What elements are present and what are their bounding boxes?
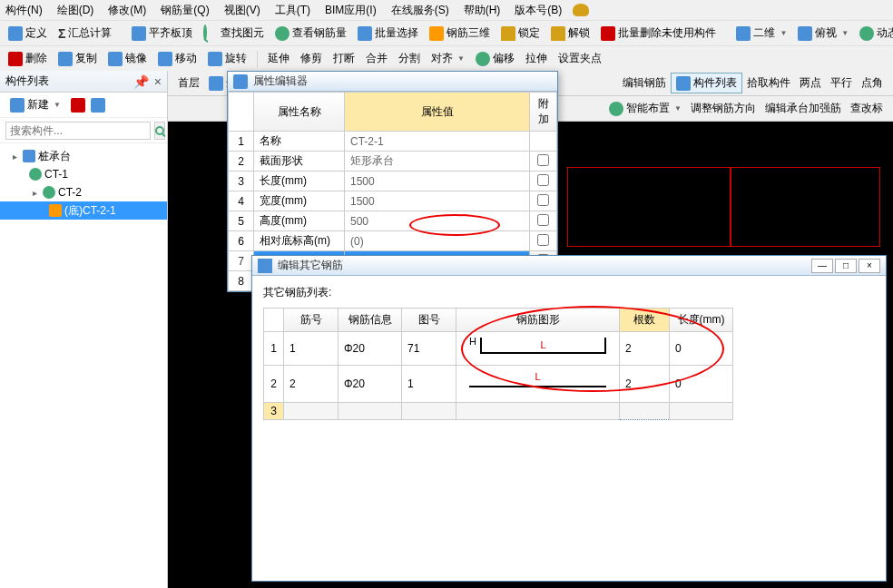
prop-row[interactable]: 5高度(mm)500 — [229, 211, 557, 231]
pchk[interactable] — [530, 172, 557, 191]
align-button[interactable]: 对齐▼ — [427, 49, 469, 68]
cell-shape[interactable] — [456, 403, 620, 420]
menu-online[interactable]: 在线服务(S) — [388, 1, 453, 20]
pval[interactable]: 1500 — [345, 191, 530, 211]
search-input[interactable] — [5, 122, 151, 140]
pin-icon[interactable]: 📌 — [133, 74, 149, 89]
collapse-icon[interactable]: ▸ — [9, 152, 20, 162]
copy-button[interactable]: 复制 — [54, 49, 102, 68]
rebar-row[interactable]: 2 2 Φ20 1 L 2 0 — [264, 366, 733, 403]
batch-delete-button[interactable]: 批量删除未使用构件 — [596, 24, 721, 43]
menu-draw[interactable]: 绘图(D) — [54, 1, 98, 20]
batch-select-button[interactable]: 批量选择 — [353, 24, 423, 43]
prop-row[interactable]: 4宽度(mm)1500 — [229, 191, 557, 211]
cell-len[interactable] — [670, 403, 733, 420]
prop-row[interactable]: 2截面形状矩形承台 — [229, 152, 557, 172]
flush-top-button[interactable]: 平齐板顶 — [127, 24, 197, 43]
split-button[interactable]: 分割 — [394, 49, 425, 68]
close-icon[interactable]: × — [154, 74, 162, 89]
menu-bim[interactable]: BIM应用(I) — [321, 1, 380, 20]
new-button[interactable]: 新建▼ — [5, 95, 65, 114]
edit-reinforce-button[interactable]: 编辑承台加强筋 — [761, 99, 846, 118]
rebar-3d-button[interactable]: 钢筋三维 — [425, 24, 495, 43]
prop-row[interactable]: 1名称CT-2-1 — [229, 132, 557, 152]
move-button[interactable]: 移动 — [153, 49, 201, 68]
cell-th[interactable] — [402, 403, 456, 420]
menu-view[interactable]: 视图(V) — [221, 1, 264, 20]
cell-count-selected[interactable] — [620, 403, 670, 420]
corner-button[interactable]: 点角 — [857, 74, 888, 93]
menu-modify[interactable]: 修改(M) — [104, 1, 150, 20]
menu-tools[interactable]: 工具(T) — [271, 1, 314, 20]
cell-shape[interactable]: L — [456, 366, 620, 403]
find-element-button[interactable]: 查找图元 — [199, 24, 269, 43]
component-list-button[interactable]: 构件列表 — [671, 73, 742, 93]
floor-selector[interactable]: 首层 — [173, 74, 204, 93]
parallel-button[interactable]: 平行 — [826, 74, 857, 93]
merge-button[interactable]: 合并 — [361, 49, 392, 68]
cell-jh[interactable] — [284, 403, 339, 420]
lock-button[interactable]: 锁定 — [496, 24, 545, 43]
tree-node-ct2[interactable]: ▸CT-2 — [0, 183, 167, 201]
pval[interactable]: 矩形承台 — [345, 152, 530, 172]
trim-button[interactable]: 修剪 — [296, 49, 327, 68]
pval[interactable]: 500 — [345, 211, 530, 231]
adjust-rebar-button[interactable]: 调整钢筋方向 — [686, 99, 761, 118]
cell-len[interactable]: 0 — [670, 366, 733, 403]
view-rebar-button[interactable]: 查看钢筋量 — [270, 24, 351, 43]
cell-shape[interactable]: HL — [456, 332, 620, 366]
pchk[interactable] — [530, 191, 557, 211]
rebar-window-title[interactable]: 编辑其它钢筋 — □ × — [252, 256, 886, 276]
corner-button[interactable]: 设置夹点 — [554, 49, 606, 68]
top-view-button[interactable]: 俯视▼ — [793, 24, 853, 43]
tree-node-root[interactable]: ▸桩承台 — [0, 147, 167, 165]
cell-len[interactable]: 0 — [670, 332, 733, 366]
pval[interactable]: 1500 — [345, 172, 530, 191]
prop-row[interactable]: 6相对底标高(m)(0) — [229, 231, 557, 251]
cell-th[interactable]: 71 — [402, 332, 456, 366]
prop-row[interactable]: 3长度(mm)1500 — [229, 172, 557, 191]
menu-component[interactable]: 构件(N) — [2, 1, 46, 20]
rebar-row-empty[interactable]: 3 — [264, 403, 733, 420]
rebar-row[interactable]: 1 1 Φ20 71 HL 2 0 — [264, 332, 733, 366]
rotate-button[interactable]: 旋转 — [203, 49, 251, 68]
filter-icon[interactable] — [91, 98, 105, 113]
cell-info[interactable]: Φ20 — [339, 366, 402, 403]
edit-rebar-button[interactable]: 编辑钢筋 — [618, 74, 671, 93]
pval[interactable]: (0) — [345, 231, 530, 251]
tree-node-ct1[interactable]: CT-1 — [0, 165, 167, 183]
view2d-button[interactable]: 二维▼ — [731, 24, 791, 43]
cell-info[interactable]: Φ20 — [339, 332, 402, 366]
cell-count[interactable]: 2 — [620, 366, 670, 403]
unlock-button[interactable]: 解锁 — [546, 24, 594, 43]
break-button[interactable]: 打断 — [329, 49, 359, 68]
pchk[interactable] — [530, 231, 557, 251]
pchk[interactable] — [530, 211, 557, 231]
cell-th[interactable]: 1 — [402, 366, 456, 403]
delete-icon[interactable] — [71, 98, 85, 113]
cell-jh[interactable]: 1 — [284, 332, 339, 366]
minimize-button[interactable]: — — [811, 259, 833, 273]
check-label-における[interactable]: 查改标 — [846, 99, 888, 118]
smart-layout-button[interactable]: 智能布置▼ — [604, 99, 686, 118]
search-button[interactable] — [154, 122, 165, 140]
menu-help[interactable]: 帮助(H) — [460, 1, 505, 20]
delete-button[interactable]: 删除 — [4, 49, 52, 68]
maximize-button[interactable]: □ — [835, 259, 857, 273]
tree-node-ct21[interactable]: (底)CT-2-1 — [0, 201, 167, 220]
cell-info[interactable] — [339, 403, 402, 420]
cell-count[interactable]: 2 — [620, 332, 670, 366]
extend-button[interactable]: 延伸 — [263, 49, 294, 68]
offset-button[interactable]: 偏移 — [471, 49, 519, 68]
pchk[interactable] — [530, 152, 557, 172]
collapse-icon[interactable]: ▸ — [29, 188, 40, 198]
sum-button[interactable]: Σ汇总计算 — [54, 24, 116, 43]
pick-button[interactable]: 拾取构件 — [742, 74, 795, 93]
menu-version[interactable]: 版本号(B) — [511, 1, 565, 20]
define-button[interactable]: 定义 — [4, 24, 52, 43]
mirror-button[interactable]: 镜像 — [103, 49, 152, 68]
cell-jh[interactable]: 2 — [284, 366, 339, 403]
menu-rebar[interactable]: 钢筋量(Q) — [157, 1, 212, 20]
stretch-button[interactable]: 拉伸 — [521, 49, 552, 68]
property-editor-title[interactable]: 属性编辑器 — [228, 72, 557, 92]
